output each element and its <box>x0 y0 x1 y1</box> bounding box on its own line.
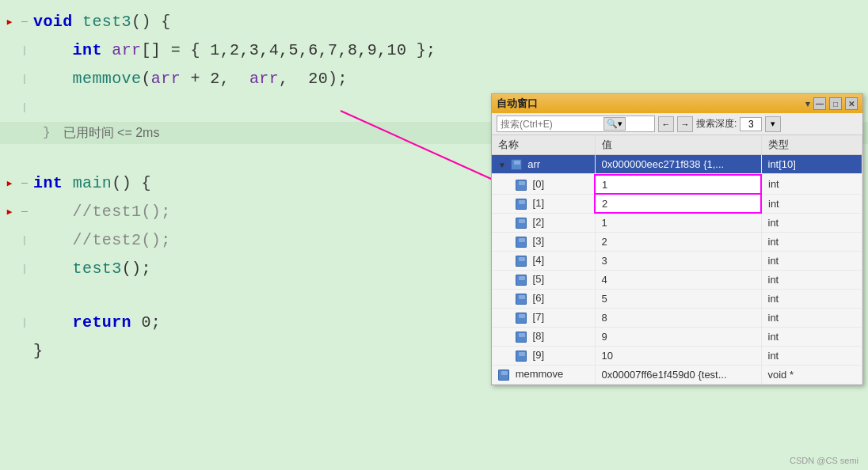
array-value-8: 9 <box>595 327 761 346</box>
array-index-7: [7] <box>492 308 595 327</box>
array-icon-3 <box>516 237 527 248</box>
array-index-1: [1] <box>492 194 595 213</box>
array-items-container: [0] 1 int [1] 2 int [2] 1 int [3] 2 i <box>492 174 862 366</box>
array-value-7: 8 <box>595 308 761 327</box>
line-gutter-7: ▶ <box>0 199 19 225</box>
array-item-row-9[interactable]: [9] 10 int <box>492 346 862 365</box>
line-content-4 <box>30 95 43 120</box>
line-content-9: test3(); <box>30 256 151 282</box>
array-icon-7 <box>516 313 527 324</box>
depth-label: 搜索深度: <box>696 117 737 131</box>
array-item-row-1[interactable]: [1] 2 int <box>492 194 862 213</box>
memmove-table: memmove 0x00007ff6e1f459d0 {test... void… <box>492 366 862 385</box>
expand-arrow[interactable]: ▼ <box>498 161 506 169</box>
array-item-row-4[interactable]: [4] 3 int <box>492 251 862 270</box>
array-icon-5 <box>516 275 527 286</box>
debug-panel: 自动窗口 ▾ — □ ✕ 🔍▾ ← → 搜索深度: ▾ 名称 值 类型 <box>491 93 863 385</box>
line-gutter-1: ▶ <box>0 9 19 35</box>
array-value-0: 1 <box>595 175 761 194</box>
close-button[interactable]: ✕ <box>845 97 858 110</box>
array-index-8: [8] <box>492 327 595 346</box>
line-content-1: void test3() { <box>30 9 171 35</box>
arr-name-cell: ▼ arr <box>492 155 595 174</box>
line-marker-6: — <box>19 171 30 196</box>
arr-type-cell: int[10] <box>761 155 862 174</box>
line-content-7: //test1(); <box>30 199 171 225</box>
array-type-2: int <box>761 213 862 232</box>
memmove-name-cell: memmove <box>492 366 595 385</box>
array-item-row-3[interactable]: [3] 2 int <box>492 232 862 251</box>
line-marker-10: | <box>19 310 30 335</box>
array-icon-2 <box>516 218 527 229</box>
array-type-9: int <box>761 346 862 365</box>
search-input[interactable] <box>501 119 603 130</box>
array-type-1: int <box>761 194 862 213</box>
array-item-row-5[interactable]: [5] 4 int <box>492 270 862 289</box>
search-button[interactable]: 🔍▾ <box>603 117 626 131</box>
search-box[interactable]: 🔍▾ <box>497 116 655 132</box>
line-content-11: } <box>30 339 43 364</box>
array-value-6: 5 <box>595 289 761 308</box>
array-icon-9 <box>516 351 527 362</box>
nav-back-button[interactable]: ← <box>658 116 674 132</box>
line-marker-2: | <box>19 38 30 63</box>
array-index-3: [3] <box>492 232 595 251</box>
col-name-header: 名称 <box>492 135 595 155</box>
array-item-row-7[interactable]: [7] 8 int <box>492 308 862 327</box>
nav-forward-button[interactable]: → <box>677 116 693 132</box>
col-value-header: 值 <box>595 135 761 155</box>
array-type-4: int <box>761 251 862 270</box>
array-type-5: int <box>761 270 862 289</box>
minimize-icon[interactable]: ▾ <box>805 99 810 109</box>
panel-controls: ▾ — □ ✕ <box>805 97 858 110</box>
line-gutter-6: ▶ <box>0 171 19 196</box>
array-item-row-6[interactable]: [6] 5 int <box>492 289 862 308</box>
arr-variable-row[interactable]: ▼ arr 0x000000eec271f838 {1,... int[10] <box>492 155 862 174</box>
memmove-icon <box>498 370 509 381</box>
arr-icon <box>511 159 522 170</box>
maximize-button[interactable]: □ <box>829 97 842 110</box>
panel-title: 自动窗口 <box>497 97 538 111</box>
line-marker-3: | <box>19 66 30 92</box>
memmove-type-cell: void * <box>761 366 862 385</box>
memmove-row[interactable]: memmove 0x00007ff6e1f459d0 {test... void… <box>492 366 862 385</box>
line-marker-1: — <box>19 9 30 35</box>
array-type-7: int <box>761 308 862 327</box>
depth-dropdown-button[interactable]: ▾ <box>765 116 781 132</box>
variables-table: 名称 值 类型 ▼ arr 0x000000eec271f838 {1,... … <box>492 135 862 174</box>
array-type-3: int <box>761 232 862 251</box>
array-item-row-0[interactable]: [0] 1 int <box>492 175 862 194</box>
line-marker-7: — <box>19 199 30 225</box>
arr-value-cell: 0x000000eec271f838 {1,... <box>595 155 761 174</box>
code-line-1: ▶ — void test3() { <box>0 8 868 36</box>
line-marker-8: | <box>19 228 30 253</box>
col-type-header: 类型 <box>761 135 862 155</box>
memmove-value-cell: 0x00007ff6e1f459d0 {test... <box>595 366 761 385</box>
watermark: CSDN @CS semi <box>790 456 858 465</box>
array-value-4: 3 <box>595 251 761 270</box>
array-icon-0 <box>516 180 527 191</box>
array-item-row-2[interactable]: [2] 1 int <box>492 213 862 232</box>
array-icon-1 <box>516 199 527 210</box>
array-type-6: int <box>761 289 862 308</box>
array-value-2: 1 <box>595 213 761 232</box>
array-index-6: [6] <box>492 289 595 308</box>
code-line-3: | memmove(arr + 2, arr, 20); <box>0 65 868 93</box>
array-icon-6 <box>516 294 527 305</box>
minimize-button[interactable]: — <box>813 97 826 110</box>
line-content-10: return 0; <box>30 310 161 335</box>
line-marker-9: | <box>19 256 30 282</box>
line-content-8: //test2(); <box>30 228 171 253</box>
line-content-6: int main() { <box>30 171 151 196</box>
panel-titlebar: 自动窗口 ▾ — □ ✕ <box>492 94 862 113</box>
array-index-0: [0] <box>492 175 595 194</box>
line-marker-4: | <box>19 95 30 120</box>
array-type-8: int <box>761 327 862 346</box>
array-items-table: [0] 1 int [1] 2 int [2] 1 int [3] 2 i <box>492 174 862 366</box>
array-index-2: [2] <box>492 213 595 232</box>
array-icon-8 <box>516 332 527 343</box>
depth-input[interactable] <box>740 117 762 131</box>
array-value-1: 2 <box>595 194 761 213</box>
array-item-row-8[interactable]: [8] 9 int <box>492 327 862 346</box>
array-value-9: 10 <box>595 346 761 365</box>
